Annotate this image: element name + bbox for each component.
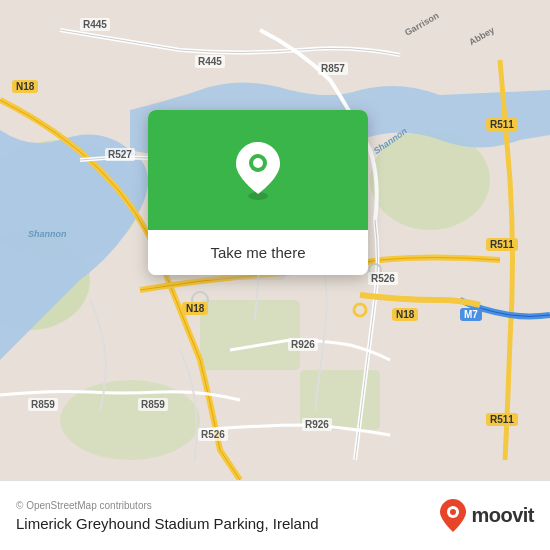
road-label-r926-top: R926 [288,338,318,351]
road-label-r526-bot: R526 [198,428,228,441]
popup-card: Take me there [148,110,368,275]
road-label-r445: R445 [80,18,110,31]
road-label-r445-2: R445 [195,55,225,68]
road-label-r527: R527 [105,148,135,161]
svg-point-9 [354,304,366,316]
road-label-r511-top: R511 [486,118,518,131]
road-label-r526: R526 [368,272,398,285]
map-container: N18 R445 R445 R527 N18 R857 R511 R526 R5… [0,0,550,480]
moovit-pin-icon [439,498,467,534]
location-pin-icon [232,140,284,200]
road-label-r926-bot: R926 [302,418,332,431]
copyright-text: © OpenStreetMap contributors [16,500,319,511]
road-label-r859-left: R859 [28,398,58,411]
road-label-r511-bot: R511 [486,413,518,426]
road-label-r511-mid: R511 [486,238,518,251]
svg-point-13 [253,158,263,168]
popup-green-area [148,110,368,230]
road-label-n18-center: N18 [182,302,208,315]
bottom-left: © OpenStreetMap contributors Limerick Gr… [16,500,319,532]
bottom-bar: © OpenStreetMap contributors Limerick Gr… [0,480,550,550]
moovit-logo: moovit [439,498,534,534]
svg-rect-3 [200,300,300,370]
moovit-text: moovit [471,504,534,527]
road-label-m7: M7 [460,308,482,321]
road-label-n18-right: N18 [392,308,418,321]
road-label-shannon: Shannon [25,228,70,240]
svg-point-15 [450,509,456,515]
take-me-there-button[interactable]: Take me there [148,230,368,275]
road-label-r859-right: R859 [138,398,168,411]
location-name: Limerick Greyhound Stadium Parking, Irel… [16,515,319,532]
road-label-r857: R857 [318,62,348,75]
road-label-n18-left: N18 [12,80,38,93]
